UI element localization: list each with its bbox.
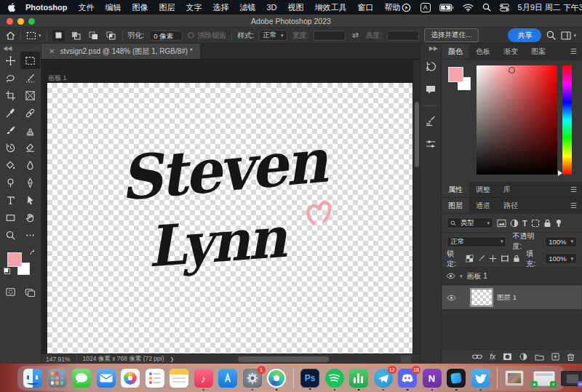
dock-craft-icon[interactable]: [447, 369, 466, 388]
swap-colors-icon[interactable]: [28, 248, 36, 257]
new-layer-icon[interactable]: [551, 353, 559, 361]
menu-select[interactable]: 选择: [212, 2, 228, 13]
tab-adjustments[interactable]: 调整: [469, 182, 497, 197]
horizontal-scrollbar-thumb[interactable]: [238, 356, 329, 362]
document-tab[interactable]: ✕ stvsign2.psd @ 148% (图层 1, RGB/8#) *: [41, 44, 200, 59]
tab-color[interactable]: 颜色: [442, 44, 469, 59]
dock-messages-icon[interactable]: [72, 369, 91, 388]
frame-tool[interactable]: [20, 87, 40, 104]
path-selection-tool[interactable]: [20, 191, 40, 209]
style-select[interactable]: 正常▾: [259, 30, 287, 41]
visibility-eye-icon[interactable]: [446, 273, 455, 279]
antialias-checkbox[interactable]: 消除锯齿: [188, 31, 226, 41]
brush-settings-panel-icon[interactable]: [422, 112, 439, 129]
menu-image[interactable]: 图像: [132, 2, 148, 13]
lock-all-icon[interactable]: [513, 255, 520, 263]
opacity-select[interactable]: 100%▾: [545, 236, 577, 247]
shape-tool[interactable]: [1, 209, 20, 226]
canvas-viewport[interactable]: 画板 1 Steven Lynn: [41, 60, 420, 353]
search-icon[interactable]: [546, 31, 556, 40]
layer-effects-icon[interactable]: fx: [490, 353, 495, 361]
minimized-window-2[interactable]: m: [561, 371, 582, 386]
gradient-paint-bucket-tool[interactable]: [1, 156, 20, 174]
properties-panel-menu-icon[interactable]: ☰: [565, 182, 582, 197]
menu-help[interactable]: 帮助: [385, 2, 401, 13]
default-colors-icon[interactable]: [4, 268, 10, 274]
dock-spotify-icon[interactable]: [325, 369, 344, 388]
history-brush-tool[interactable]: [1, 139, 20, 156]
tab-patterns[interactable]: 图案: [525, 44, 552, 59]
healing-brush-tool[interactable]: [20, 104, 40, 121]
brush-tool[interactable]: [1, 121, 20, 139]
tab-swatches[interactable]: 色板: [469, 44, 497, 59]
subtract-from-selection-mode-icon[interactable]: [87, 30, 100, 41]
type-tool[interactable]: [1, 191, 20, 209]
color-picker-ring[interactable]: [509, 67, 515, 73]
panel-foreground-swatch[interactable]: [448, 67, 463, 82]
dock-photoshop-icon[interactable]: Ps: [300, 369, 319, 388]
apple-menu-icon[interactable]: [7, 2, 17, 12]
dock-photos-icon[interactable]: [121, 369, 140, 388]
vertical-scrollbar[interactable]: [412, 60, 420, 353]
menu-window[interactable]: 窗口: [358, 2, 374, 13]
layer-name[interactable]: 图层 1: [497, 293, 517, 303]
dock-appstore-icon[interactable]: [218, 369, 237, 388]
tab-layers[interactable]: 图层: [442, 198, 469, 213]
dock-launchpad-icon[interactable]: [48, 369, 67, 388]
dock-telegram-icon[interactable]: 12: [374, 369, 393, 388]
blur-tool[interactable]: [20, 156, 40, 174]
resize-corner[interactable]: [401, 356, 411, 363]
filter-type-layers-icon[interactable]: T: [522, 219, 527, 228]
dock-discord-icon[interactable]: 18: [398, 369, 417, 388]
layer-row-selected[interactable]: 图层 1: [442, 285, 582, 310]
dock-edge-browser-icon[interactable]: [267, 369, 286, 388]
eyedropper-tool[interactable]: [1, 104, 20, 121]
tab-gradients[interactable]: 渐变: [497, 44, 525, 59]
lock-position-icon[interactable]: [489, 255, 497, 263]
minimized-window-1[interactable]: ▲ x: [533, 371, 555, 386]
width-input[interactable]: [314, 31, 346, 41]
layer-filter-type-select[interactable]: 类型▾: [447, 217, 493, 228]
spotlight-search-icon[interactable]: [482, 3, 491, 12]
add-to-selection-mode-icon[interactable]: [70, 30, 82, 41]
control-center-icon[interactable]: [500, 4, 509, 12]
dock-settings-icon[interactable]: 1: [243, 369, 262, 388]
filter-shape-layers-icon[interactable]: [531, 219, 540, 228]
home-icon[interactable]: [6, 31, 15, 40]
clone-stamp-tool[interactable]: [20, 121, 40, 139]
battery-icon[interactable]: [439, 4, 454, 12]
new-selection-mode-icon[interactable]: [52, 30, 65, 41]
menu-3d[interactable]: 3D: [266, 3, 276, 12]
expand-panels-icon[interactable]: ▶▶: [429, 45, 438, 52]
height-input[interactable]: [387, 31, 419, 41]
crop-tool[interactable]: [1, 87, 20, 104]
dock-notes-icon[interactable]: [170, 369, 188, 388]
artboard-name[interactable]: 画板 1: [467, 271, 487, 281]
wifi-icon[interactable]: [463, 4, 474, 12]
layer-thumbnail[interactable]: [471, 289, 493, 306]
dock-reminders-icon[interactable]: [146, 369, 164, 388]
intersect-selection-mode-icon[interactable]: [105, 30, 117, 41]
artboard-canvas[interactable]: Steven Lynn: [47, 83, 412, 353]
foreground-color-swatch[interactable]: [7, 252, 22, 267]
fill-select[interactable]: 100%▾: [545, 253, 577, 264]
eraser-tool[interactable]: [20, 139, 40, 156]
menu-layer[interactable]: 图层: [159, 2, 175, 13]
lock-artboard-icon[interactable]: [501, 255, 509, 263]
feather-input[interactable]: 0 像素: [149, 31, 183, 41]
delete-layer-icon[interactable]: [567, 353, 575, 361]
current-tool-preset[interactable]: ▾: [26, 31, 41, 40]
artboard-expand-chevron[interactable]: ▾: [460, 273, 463, 279]
dock-audio-app-icon[interactable]: [349, 369, 368, 388]
dodge-tool[interactable]: [1, 174, 20, 191]
brushes-panel-icon[interactable]: [422, 135, 439, 153]
menu-filter[interactable]: 滤镜: [239, 2, 255, 13]
lock-transparency-icon[interactable]: [466, 255, 474, 263]
add-layer-mask-icon[interactable]: [503, 353, 512, 361]
dock-mail-icon[interactable]: [97, 369, 116, 388]
blend-mode-select[interactable]: 正常▾: [447, 236, 506, 247]
hue-slider-pointer[interactable]: [558, 170, 562, 176]
rectangular-marquee-tool[interactable]: [20, 52, 40, 69]
share-button[interactable]: 共享: [508, 28, 541, 42]
menu-file[interactable]: 文件: [78, 2, 94, 13]
